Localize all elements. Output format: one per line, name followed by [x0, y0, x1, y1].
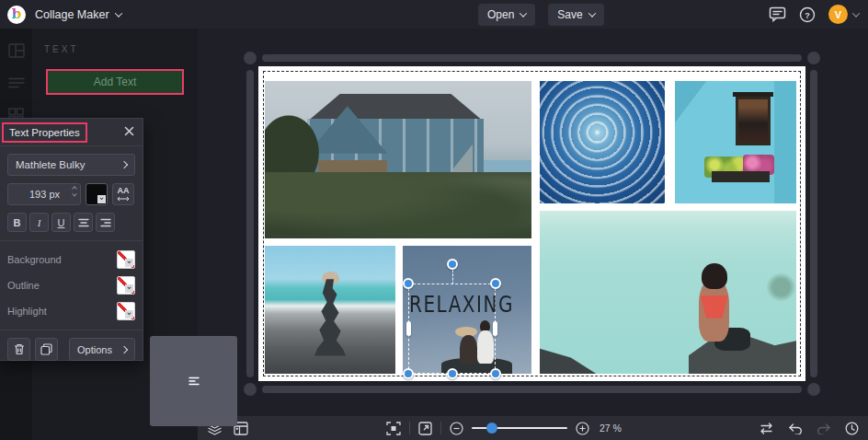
rotation-line	[452, 270, 453, 284]
history-button[interactable]	[845, 422, 859, 435]
align-center-button[interactable]	[74, 213, 93, 232]
app-title-menu[interactable]: Collage Maker	[35, 8, 121, 21]
background-color-swatch[interactable]	[117, 250, 135, 269]
text-style-row: B I U	[7, 213, 135, 232]
sidebar-item-layouts[interactable]	[8, 43, 25, 58]
canvas-edge-handle-top[interactable]	[262, 54, 802, 62]
avatar: V	[828, 5, 848, 24]
font-family-value: Mathlete Bulky	[16, 159, 85, 170]
sidebar-item-patterns[interactable]	[8, 76, 25, 89]
close-button[interactable]	[124, 126, 134, 138]
open-in-new-button[interactable]	[418, 422, 432, 435]
font-family-selector[interactable]: Mathlete Bulky	[7, 154, 135, 176]
bold-button[interactable]: B	[7, 213, 27, 232]
divider	[0, 240, 143, 241]
color-dropdown-corner	[97, 195, 106, 203]
close-icon	[124, 126, 134, 136]
underline-button[interactable]: U	[51, 213, 71, 232]
wall-shade	[675, 81, 706, 122]
collage-photo-ocean-wave[interactable]	[540, 81, 665, 203]
zoom-controls: 27 %	[386, 416, 622, 440]
resize-handle-bl[interactable]	[403, 368, 414, 379]
resize-handle-right[interactable]	[493, 321, 497, 336]
canvas-corner-handle-tl[interactable]	[244, 52, 257, 64]
italic-button[interactable]: I	[29, 213, 49, 232]
resize-handle-tl[interactable]	[403, 278, 414, 289]
color-dropdown-corner	[125, 284, 133, 293]
collage-photo-beach-house[interactable]	[265, 81, 531, 238]
font-size-input[interactable]	[8, 189, 60, 200]
chevron-down-icon	[114, 9, 121, 17]
save-button[interactable]: Save	[548, 4, 603, 26]
resize-handle-br[interactable]	[490, 368, 501, 379]
italic-label: I	[38, 217, 41, 228]
duplicate-text-button[interactable]	[35, 338, 58, 361]
collage-photo-woman-by-sea[interactable]	[540, 211, 796, 374]
align-right-button[interactable]	[96, 213, 115, 232]
add-text-button[interactable]: Add Text	[48, 71, 182, 93]
zoom-slider[interactable]	[472, 427, 567, 430]
outline-label: Outline	[7, 280, 40, 291]
minus-circle-icon	[450, 422, 463, 435]
canvas-corner-handle-tr[interactable]	[807, 52, 820, 64]
outline-color-swatch[interactable]	[117, 276, 135, 295]
highlight-row: Highlight	[7, 298, 135, 324]
redo-button[interactable]	[817, 423, 831, 434]
collage-canvas[interactable]: RELAXING	[258, 66, 805, 381]
collage-photo-stone-cairn[interactable]	[265, 246, 395, 374]
letter-spacing-button[interactable]: AA	[112, 183, 134, 205]
font-size-field[interactable]	[7, 183, 81, 205]
swap-arrows-icon	[759, 423, 774, 434]
rock-left	[540, 338, 596, 374]
layouts-grid-icon	[8, 43, 25, 58]
options-button[interactable]: Options	[69, 338, 135, 361]
text-properties-body: Mathlete Bulky AA	[0, 146, 143, 368]
canvas-workspace[interactable]: RELAXING	[198, 29, 868, 416]
undo-button[interactable]	[788, 423, 803, 434]
zoom-out-button[interactable]	[450, 422, 463, 435]
fit-to-screen-button[interactable]	[386, 422, 401, 435]
stepper-down-icon	[72, 191, 77, 197]
svg-text:?: ?	[805, 10, 810, 19]
highlight-color-swatch[interactable]	[117, 302, 135, 320]
app-title: Collage Maker	[35, 8, 109, 21]
color-dropdown-corner	[125, 259, 133, 267]
zoom-slider-knob[interactable]	[486, 423, 497, 434]
resize-handle-tr[interactable]	[490, 278, 501, 289]
canvas-edge-handle-bottom[interactable]	[262, 386, 802, 393]
collage-maker-app: b Collage Maker Open Save	[0, 0, 868, 440]
resize-handle-left[interactable]	[406, 321, 411, 336]
swap-layout-button[interactable]	[759, 423, 774, 434]
text-selection-box[interactable]: RELAXING	[408, 284, 496, 374]
align-left-button[interactable]	[150, 336, 237, 426]
delete-text-button[interactable]	[7, 338, 30, 361]
canvas-edge-handle-left[interactable]	[246, 70, 254, 377]
resize-handle-bottom[interactable]	[447, 368, 458, 379]
outline-row: Outline	[7, 272, 135, 298]
font-size-stepper[interactable]	[73, 187, 76, 197]
options-label: Options	[77, 344, 112, 355]
account-menu[interactable]: V	[828, 5, 859, 24]
text-color-swatch[interactable]	[86, 183, 108, 205]
open-in-new-icon	[418, 422, 432, 435]
zoom-in-button[interactable]	[576, 422, 589, 435]
canvas-corner-handle-br[interactable]	[807, 383, 820, 396]
size-color-row: AA	[7, 183, 135, 205]
file-actions: Open Save	[478, 0, 604, 29]
open-button[interactable]: Open	[478, 4, 535, 26]
canvas-edge-handle-right[interactable]	[810, 70, 817, 377]
rotate-handle[interactable]	[447, 259, 458, 270]
text-layer[interactable]: RELAXING	[409, 290, 495, 318]
align-center-icon	[78, 218, 89, 227]
canvas-corner-handle-bl[interactable]	[244, 383, 257, 396]
befunky-logo-icon[interactable]: b	[7, 6, 26, 24]
annotation-highlight-add-text: Add Text	[46, 69, 184, 95]
text-properties-header: Text Properties	[0, 119, 143, 146]
help-button[interactable]: ?	[799, 6, 816, 23]
clock-icon	[845, 422, 859, 435]
collage-photo-blue-wall[interactable]	[675, 81, 796, 203]
feedback-chat-button[interactable]	[769, 6, 786, 22]
wall-shade	[774, 81, 796, 203]
woman-hair	[702, 263, 727, 289]
background-label: Background	[7, 254, 62, 265]
